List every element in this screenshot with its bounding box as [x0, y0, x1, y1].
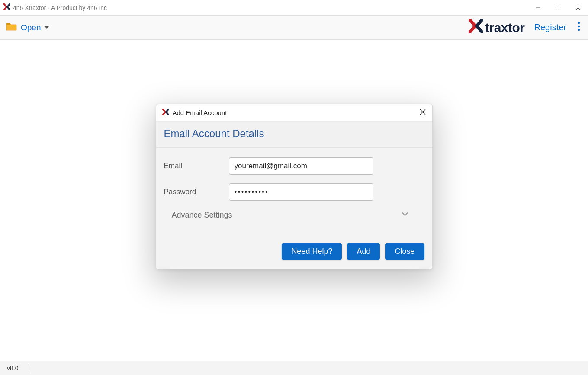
window-close-button[interactable]: [568, 0, 588, 16]
email-label: Email: [164, 162, 229, 170]
need-help-button[interactable]: Need Help?: [282, 243, 342, 260]
password-input[interactable]: [229, 183, 373, 201]
add-email-account-dialog: Add Email Account Email Account Details …: [156, 104, 433, 269]
titlebar-left: 4n6 Xtraxtor - A Product by 4n6 Inc: [0, 3, 107, 12]
window-title: 4n6 Xtraxtor - A Product by 4n6 Inc: [13, 4, 107, 11]
dialog-title-text: Add Email Account: [173, 109, 227, 116]
version-label: v8.0: [7, 365, 18, 372]
password-label: Password: [164, 188, 229, 196]
svg-rect-1: [556, 6, 560, 10]
svg-point-6: [578, 29, 580, 30]
app-logo-icon: [3, 3, 10, 12]
password-row: Password: [164, 183, 424, 201]
dialog-close-button[interactable]: [419, 109, 426, 117]
email-row: Email: [164, 157, 424, 175]
status-separator: [28, 364, 28, 372]
email-input[interactable]: [229, 157, 373, 175]
window-controls: [528, 0, 588, 16]
brand-text: traxtor: [485, 20, 525, 35]
brand-x-icon: [469, 19, 483, 36]
svg-point-5: [578, 25, 580, 27]
open-label: Open: [21, 23, 41, 32]
content-area: Add Email Account Email Account Details …: [0, 40, 588, 361]
dialog-logo-icon: [162, 109, 169, 117]
advance-settings-toggle[interactable]: Advance Settings: [164, 203, 424, 232]
register-link[interactable]: Register: [534, 22, 566, 32]
advance-settings-label: Advance Settings: [172, 211, 232, 220]
add-button[interactable]: Add: [347, 243, 380, 260]
brand-logo: traxtor: [469, 19, 525, 36]
toolbar-right: traxtor Register: [469, 19, 582, 36]
main-toolbar: Open traxtor Register: [0, 16, 588, 40]
dialog-header: Email Account Details: [156, 121, 432, 148]
dialog-titlebar: Add Email Account: [156, 104, 432, 121]
more-menu-button[interactable]: [576, 22, 582, 34]
chevron-down-icon: [401, 210, 409, 220]
open-button[interactable]: Open: [6, 22, 49, 33]
status-bar: v8.0: [0, 361, 588, 375]
svg-point-4: [578, 22, 580, 23]
close-button[interactable]: Close: [385, 243, 424, 260]
dropdown-caret-icon: [44, 23, 49, 32]
minimize-button[interactable]: [528, 0, 548, 16]
folder-icon: [6, 22, 17, 33]
dialog-body: Email Password Advance Settings: [156, 148, 432, 243]
dialog-button-row: Need Help? Add Close: [156, 243, 432, 269]
window-titlebar: 4n6 Xtraxtor - A Product by 4n6 Inc: [0, 0, 588, 16]
maximize-button[interactable]: [548, 0, 568, 16]
